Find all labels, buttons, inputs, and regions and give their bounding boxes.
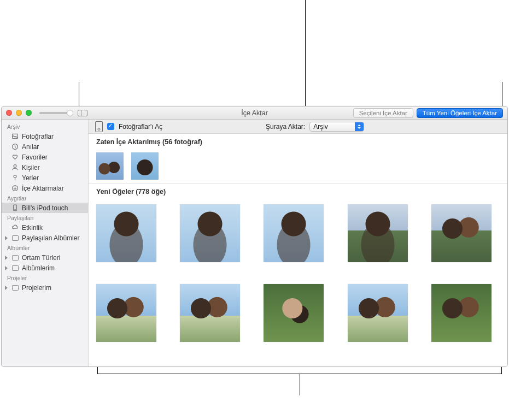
album-rect-icon: [12, 255, 19, 261]
new-items-grid: [89, 200, 507, 350]
album-rect-icon: [12, 285, 19, 291]
sidebar-group-shared: Paylaşılan: [2, 213, 88, 222]
disclosure-triangle-icon[interactable]: [5, 286, 8, 290]
callout-line-bottom-r: [501, 366, 502, 374]
import-all-new-label: Tüm Yeni Öğeleri İçe Aktar: [423, 110, 497, 116]
heart-icon: [11, 153, 19, 161]
select-arrows-icon: [355, 122, 364, 131]
photos-icon: [11, 133, 19, 140]
open-photos-label: Fotoğraflar'ı Aç: [119, 123, 162, 131]
album-rect-icon: [12, 265, 19, 271]
sidebar-item-places[interactable]: Yerler: [2, 173, 88, 183]
slider-knob[interactable]: [67, 110, 73, 116]
sidebar-item-label: İçe Aktarmalar: [22, 185, 64, 192]
sidebar-item-label: Fotoğraflar: [22, 133, 54, 140]
sidebar-item-memories[interactable]: Anılar: [2, 141, 88, 152]
sidebar-item-imports[interactable]: İçe Aktarmalar: [2, 183, 88, 193]
sidebar-item-my-projects[interactable]: Projelerim: [2, 282, 88, 293]
sidebar-group-devices: Aygıtlar: [2, 193, 88, 203]
sidebar-item-label: Anılar: [22, 143, 39, 151]
callout-line-bottom-c: [300, 374, 300, 395]
sidebar-item-label: Bill's iPod touch: [22, 204, 68, 212]
imported-thumbnail[interactable]: [96, 152, 124, 180]
new-item-thumbnail[interactable]: [180, 284, 240, 342]
sidebar-item-photos[interactable]: Fotoğraflar: [2, 131, 88, 141]
new-item-thumbnail[interactable]: [264, 284, 324, 342]
svg-point-2: [14, 165, 16, 168]
callout-line-bottom-l: [97, 366, 98, 374]
new-item-thumbnail[interactable]: [431, 204, 492, 262]
window-controls: [6, 110, 32, 116]
sidebar-item-my-albums[interactable]: Albümlerim: [2, 263, 88, 273]
sidebar-item-label: Etkinlik: [22, 224, 43, 232]
cloud-icon: [11, 224, 19, 231]
sidebar-item-label: Paylaşılan Albümler: [22, 234, 79, 242]
import-destination-value: Arşiv: [313, 123, 328, 131]
sidebar-item-label: Favoriler: [22, 153, 48, 161]
open-photos-checkbox[interactable]: [107, 123, 114, 130]
sidebar-group-projects: Projeler: [2, 273, 88, 282]
sidebar-item-label: Kişiler: [22, 164, 40, 171]
import-selected-button[interactable]: Seçileni İçe Aktar: [353, 108, 413, 118]
import-destination-select[interactable]: Arşiv: [309, 122, 364, 132]
sidebar-item-favorites[interactable]: Favoriler: [2, 152, 88, 162]
sidebar-toggle-icon[interactable]: [78, 110, 87, 116]
sidebar-item-label: Albümlerim: [22, 264, 55, 272]
import-to-label: Şuraya Aktar:: [266, 123, 305, 131]
download-icon: [11, 185, 19, 192]
video-badge-icon: [97, 153, 104, 158]
disclosure-triangle-icon[interactable]: [5, 236, 8, 240]
new-item-thumbnail[interactable]: [348, 204, 408, 262]
clock-icon: [11, 143, 19, 150]
sidebar: Arşiv Fotoğraflar Anılar Favoriler: [2, 120, 89, 366]
disclosure-triangle-icon[interactable]: [5, 256, 8, 260]
new-item-thumbnail[interactable]: [96, 204, 156, 262]
sidebar-item-label: Ortam Türleri: [22, 254, 60, 262]
pin-icon: [11, 174, 19, 181]
sidebar-group-library: Arşiv: [2, 122, 88, 131]
sidebar-item-people[interactable]: Kişiler: [2, 162, 88, 173]
new-item-thumbnail[interactable]: [96, 284, 156, 342]
svg-rect-5: [14, 205, 17, 211]
new-item-thumbnail[interactable]: [431, 284, 492, 342]
thumbnail-zoom-slider[interactable]: [39, 112, 71, 114]
new-item-thumbnail[interactable]: [264, 204, 324, 262]
import-selected-label: Seçileni İçe Aktar: [359, 110, 407, 116]
main-content: Fotoğraflar'ı Aç Şuraya Aktar: Arşiv Zat…: [89, 120, 507, 366]
new-item-thumbnail[interactable]: [180, 204, 240, 262]
sidebar-item-label: Projelerim: [22, 284, 51, 292]
close-window-button[interactable]: [6, 110, 12, 116]
imported-thumbnail[interactable]: [131, 152, 159, 180]
new-item-thumbnail[interactable]: [348, 284, 408, 342]
person-icon: [11, 164, 19, 171]
callout-line-center: [305, 0, 306, 119]
import-all-new-button[interactable]: Tüm Yeni Öğeleri İçe Aktar: [417, 108, 503, 118]
callout-line-right: [502, 82, 502, 107]
sidebar-item-label: Yerler: [22, 174, 39, 182]
sidebar-item-shared-albums[interactable]: Paylaşılan Albümler: [2, 233, 88, 243]
zoom-window-button[interactable]: [26, 110, 32, 116]
already-imported-header: Zaten İçe Aktarılmış (56 fotoğraf): [89, 134, 507, 150]
album-rect-icon: [12, 235, 19, 241]
sidebar-group-albums: Albümler: [2, 243, 88, 252]
sidebar-item-media-types[interactable]: Ortam Türleri: [2, 252, 88, 263]
svg-point-3: [14, 175, 16, 178]
photos-import-window: İçe Aktar Seçileni İçe Aktar Tüm Yeni Öğ…: [1, 106, 508, 367]
minimize-window-button[interactable]: [16, 110, 22, 116]
new-items-header: Yeni Öğeler (778 öğe): [89, 184, 507, 200]
import-options-bar: Fotoğraflar'ı Aç Şuraya Aktar: Arşiv: [89, 120, 507, 134]
disclosure-triangle-icon[interactable]: [5, 266, 8, 270]
sidebar-item-activity[interactable]: Etkinlik: [2, 222, 88, 233]
titlebar: İçe Aktar Seçileni İçe Aktar Tüm Yeni Öğ…: [2, 107, 507, 120]
device-icon: [95, 121, 103, 132]
already-imported-thumbnails: [89, 150, 507, 180]
svg-point-6: [15, 209, 15, 210]
device-icon: [11, 204, 19, 211]
sidebar-item-device[interactable]: Bill's iPod touch: [2, 203, 88, 213]
